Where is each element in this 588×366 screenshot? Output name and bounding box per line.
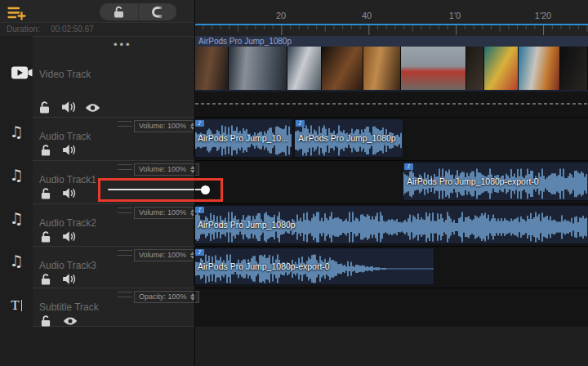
track-type-gutter: ♫ ♫ ♫ ♫ T bbox=[0, 36, 33, 327]
video-thumbnail bbox=[322, 47, 363, 90]
eye-icon[interactable] bbox=[63, 316, 78, 326]
video-clip-titlebar: AirPods Pro Jump_1080p bbox=[194, 36, 588, 47]
row-divider bbox=[194, 117, 588, 118]
audio-clip-label: AirPods Pro Jump_10... bbox=[198, 133, 288, 143]
video-thumbnail bbox=[229, 47, 287, 90]
track-name: Subtitle Track bbox=[39, 301, 99, 313]
track-menu-dots-icon[interactable]: ••• bbox=[114, 38, 132, 51]
audio-track-icon: ♫ bbox=[0, 123, 33, 141]
audio-clip[interactable]: ♪ AirPods Pro Jump_1080p-export-0 bbox=[403, 163, 588, 200]
music-note-badge-icon: ♪ bbox=[195, 207, 204, 213]
volume-stepper[interactable]: Volume: 100% bbox=[134, 163, 199, 176]
audio-clip[interactable]: ♪ AirPods Pro Jump_1080p bbox=[194, 206, 588, 243]
volume-stepper[interactable]: Volume: 100% bbox=[134, 120, 199, 132]
opacity-stepper[interactable]: Opacity: 100% bbox=[134, 291, 199, 303]
track-drag-handle[interactable] bbox=[118, 164, 132, 170]
audio-track-icon: ♫ bbox=[0, 166, 33, 184]
video-thumbnail bbox=[287, 47, 322, 90]
volume-value: Volume: 100% bbox=[139, 122, 186, 130]
music-note-badge-icon: ♪ bbox=[404, 163, 413, 170]
audio-clip[interactable]: ♪ AirPods Pro Jump_1080p bbox=[295, 119, 403, 157]
audio-clip[interactable]: ♪ AirPods Pro Jump_10... bbox=[194, 119, 292, 157]
video-thumbnail bbox=[363, 47, 402, 90]
speaker-icon[interactable] bbox=[63, 188, 77, 199]
track-header-audio[interactable]: Volume: 100% Audio Track bbox=[33, 117, 194, 160]
track-name: Audio Track1 bbox=[39, 174, 96, 185]
video-thumbnail bbox=[519, 47, 560, 90]
ruler-label: 1'0 bbox=[449, 11, 461, 20]
video-thumbnail bbox=[401, 47, 466, 90]
timeline-toolbar: Duration: 00:02:50.67 bbox=[0, 0, 194, 36]
track-header-audio3[interactable]: Volume: 100% Audio Track3 bbox=[33, 246, 194, 288]
row-divider bbox=[194, 203, 588, 204]
track-name: Audio Track2 bbox=[39, 217, 96, 229]
lock-open-icon[interactable] bbox=[39, 100, 50, 114]
video-clip-filmstrip bbox=[194, 47, 588, 90]
track-header-audio2[interactable]: Volume: 100% Audio Track2 bbox=[33, 203, 194, 246]
duration-label: Duration: bbox=[7, 23, 40, 36]
ruler-label: 20 bbox=[276, 11, 286, 20]
track-drag-handle[interactable] bbox=[118, 121, 132, 127]
ruler-ticks bbox=[194, 25, 588, 36]
track-header-subtitle[interactable]: Opacity: 100% Subtitle Track bbox=[33, 288, 194, 327]
audio-clip-label: AirPods Pro Jump_1080p-export-0 bbox=[198, 261, 330, 271]
volume-value: Volume: 100% bbox=[139, 165, 186, 173]
video-clip[interactable]: AirPods Pro Jump_1080p bbox=[194, 36, 588, 92]
opacity-value: Opacity: 100% bbox=[139, 292, 187, 301]
volume-stepper[interactable]: Volume: 100% bbox=[134, 249, 199, 261]
lock-open-icon bbox=[114, 6, 124, 18]
row-divider bbox=[194, 246, 588, 247]
add-track-icon[interactable] bbox=[7, 6, 27, 20]
speaker-icon[interactable] bbox=[63, 231, 77, 242]
ruler-label: 40 bbox=[362, 11, 372, 20]
track-drag-handle[interactable] bbox=[118, 250, 132, 256]
highlight-red-box bbox=[98, 178, 223, 202]
lock-open-icon[interactable] bbox=[41, 315, 51, 327]
add-track-area[interactable] bbox=[0, 327, 588, 366]
duration-display: Duration: 00:02:50.67 bbox=[0, 22, 194, 37]
ruler-label: 1'20 bbox=[535, 11, 551, 20]
audio-clip-label: AirPods Pro Jump_1080p bbox=[298, 133, 396, 143]
track-name: Video Track bbox=[39, 69, 91, 80]
video-editor-timeline-panel: Duration: 00:02:50.67 20 40 1'0 1'20 ♫ ♫… bbox=[0, 0, 588, 366]
duration-value: 00:02:50.67 bbox=[51, 23, 94, 36]
audio-clip[interactable]: ♪ AirPods Pro Jump_1080p-export-0 bbox=[194, 248, 434, 284]
video-thumbnail bbox=[194, 47, 229, 90]
speaker-icon[interactable] bbox=[63, 145, 77, 155]
video-thumbnail bbox=[484, 47, 519, 90]
subtitle-track-icon: T bbox=[0, 297, 33, 314]
music-note-badge-icon: ♪ bbox=[195, 249, 204, 256]
audio-track-icon: ♫ bbox=[0, 209, 33, 227]
lock-open-icon[interactable] bbox=[41, 144, 51, 156]
track-header-video[interactable]: ••• Video Track bbox=[33, 36, 194, 117]
speaker-icon[interactable] bbox=[63, 274, 77, 284]
magnet-icon bbox=[150, 5, 164, 19]
track-name: Audio Track3 bbox=[39, 260, 96, 271]
volume-value: Volume: 100% bbox=[139, 251, 186, 259]
music-note-badge-icon: ♪ bbox=[195, 120, 204, 127]
track-placeholder-dashed-line bbox=[195, 103, 588, 105]
eye-icon[interactable] bbox=[85, 103, 100, 113]
row-divider bbox=[194, 288, 588, 288]
lock-open-icon[interactable] bbox=[41, 273, 51, 285]
speaker-icon[interactable] bbox=[62, 101, 77, 113]
lock-track-button[interactable] bbox=[100, 3, 138, 20]
video-thumbnail bbox=[466, 47, 484, 90]
audio-clip-label: AirPods Pro Jump_1080p-export-0 bbox=[407, 176, 539, 186]
track-drag-handle[interactable] bbox=[118, 292, 132, 297]
row-divider bbox=[194, 160, 588, 161]
timecode-ruler[interactable]: 20 40 1'0 1'20 bbox=[194, 0, 588, 36]
snap-button[interactable] bbox=[138, 3, 177, 20]
video-thumbnail bbox=[560, 47, 588, 90]
audio-clip-label: AirPods Pro Jump_1080p bbox=[198, 220, 296, 230]
audio-track-icon: ♫ bbox=[0, 252, 33, 270]
track-name: Audio Track bbox=[39, 131, 91, 142]
music-note-badge-icon: ♪ bbox=[296, 120, 305, 127]
track-drag-handle[interactable] bbox=[118, 208, 132, 213]
lock-open-icon[interactable] bbox=[41, 230, 51, 243]
volume-value: Volume: 100% bbox=[139, 208, 186, 216]
video-clip-label: AirPods Pro Jump_1080p bbox=[194, 37, 292, 46]
lock-open-icon[interactable] bbox=[41, 187, 51, 199]
toolbar-button-group bbox=[100, 3, 176, 20]
volume-stepper[interactable]: Volume: 100% bbox=[134, 207, 199, 219]
